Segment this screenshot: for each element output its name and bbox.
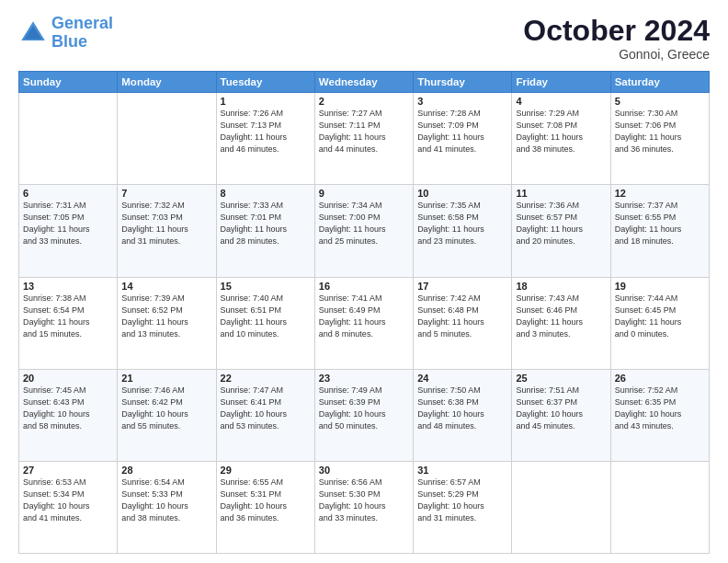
day-info: Sunrise: 7:51 AM Sunset: 6:37 PM Dayligh…: [516, 385, 606, 432]
location-subtitle: Gonnoi, Greece: [523, 47, 710, 62]
day-info: Sunrise: 7:31 AM Sunset: 7:05 PM Dayligh…: [23, 200, 113, 247]
calendar-cell: 27Sunrise: 6:53 AM Sunset: 5:34 PM Dayli…: [19, 461, 118, 553]
calendar-cell: 13Sunrise: 7:38 AM Sunset: 6:54 PM Dayli…: [19, 277, 118, 369]
day-number: 8: [221, 188, 311, 199]
calendar-cell: 4Sunrise: 7:29 AM Sunset: 7:08 PM Daylig…: [512, 93, 610, 185]
calendar-cell: 26Sunrise: 7:52 AM Sunset: 6:35 PM Dayli…: [610, 369, 709, 461]
day-number: 4: [516, 96, 606, 107]
day-number: 1: [221, 96, 311, 107]
calendar-cell: [118, 93, 216, 185]
weekday-header-saturday: Saturday: [610, 72, 709, 93]
calendar-cell: 18Sunrise: 7:43 AM Sunset: 6:46 PM Dayli…: [512, 277, 610, 369]
day-number: 26: [615, 373, 705, 384]
calendar-cell: [19, 93, 118, 185]
calendar-cell: 8Sunrise: 7:33 AM Sunset: 7:01 PM Daylig…: [216, 185, 314, 277]
weekday-header-monday: Monday: [118, 72, 216, 93]
weekday-header-friday: Friday: [512, 72, 610, 93]
calendar-cell: 19Sunrise: 7:44 AM Sunset: 6:45 PM Dayli…: [610, 277, 709, 369]
day-number: 13: [23, 281, 113, 292]
calendar-cell: 17Sunrise: 7:42 AM Sunset: 6:48 PM Dayli…: [414, 277, 512, 369]
page: General Blue October 2024 Gonnoi, Greece…: [0, 0, 728, 563]
calendar-cell: 24Sunrise: 7:50 AM Sunset: 6:38 PM Dayli…: [414, 369, 512, 461]
calendar-cell: 25Sunrise: 7:51 AM Sunset: 6:37 PM Dayli…: [512, 369, 610, 461]
calendar-cell: 28Sunrise: 6:54 AM Sunset: 5:33 PM Dayli…: [118, 461, 216, 553]
calendar-cell: 15Sunrise: 7:40 AM Sunset: 6:51 PM Dayli…: [216, 277, 314, 369]
day-info: Sunrise: 7:33 AM Sunset: 7:01 PM Dayligh…: [221, 200, 311, 247]
day-info: Sunrise: 7:38 AM Sunset: 6:54 PM Dayligh…: [23, 293, 113, 340]
logo-blue: Blue: [51, 32, 87, 51]
week-row-0: 1Sunrise: 7:26 AM Sunset: 7:13 PM Daylig…: [19, 93, 710, 185]
day-number: 7: [121, 188, 211, 199]
day-number: 15: [221, 281, 311, 292]
calendar-cell: 2Sunrise: 7:27 AM Sunset: 7:11 PM Daylig…: [314, 93, 413, 185]
day-info: Sunrise: 6:53 AM Sunset: 5:34 PM Dayligh…: [23, 477, 113, 524]
day-info: Sunrise: 7:49 AM Sunset: 6:39 PM Dayligh…: [319, 385, 409, 432]
month-title: October 2024: [523, 15, 710, 47]
day-info: Sunrise: 7:32 AM Sunset: 7:03 PM Dayligh…: [121, 200, 211, 247]
day-info: Sunrise: 7:28 AM Sunset: 7:09 PM Dayligh…: [417, 108, 507, 155]
day-number: 16: [319, 281, 409, 292]
day-number: 20: [23, 373, 113, 384]
day-number: 23: [319, 373, 409, 384]
day-number: 28: [121, 465, 211, 476]
day-info: Sunrise: 6:55 AM Sunset: 5:31 PM Dayligh…: [221, 477, 311, 524]
calendar-cell: 22Sunrise: 7:47 AM Sunset: 6:41 PM Dayli…: [216, 369, 314, 461]
day-number: 5: [615, 96, 705, 107]
day-number: 6: [23, 188, 113, 199]
day-info: Sunrise: 7:45 AM Sunset: 6:43 PM Dayligh…: [23, 385, 113, 432]
weekday-header-wednesday: Wednesday: [314, 72, 413, 93]
weekday-header-sunday: Sunday: [19, 72, 118, 93]
day-number: 25: [516, 373, 606, 384]
day-info: Sunrise: 7:26 AM Sunset: 7:13 PM Dayligh…: [221, 108, 311, 155]
day-number: 12: [615, 188, 705, 199]
day-info: Sunrise: 7:27 AM Sunset: 7:11 PM Dayligh…: [319, 108, 409, 155]
calendar-cell: 7Sunrise: 7:32 AM Sunset: 7:03 PM Daylig…: [118, 185, 216, 277]
day-info: Sunrise: 7:39 AM Sunset: 6:52 PM Dayligh…: [121, 293, 211, 340]
calendar-cell: 20Sunrise: 7:45 AM Sunset: 6:43 PM Dayli…: [19, 369, 118, 461]
day-number: 9: [319, 188, 409, 199]
logo-icon: [18, 18, 48, 48]
calendar-cell: 31Sunrise: 6:57 AM Sunset: 5:29 PM Dayli…: [414, 461, 512, 553]
weekday-header-thursday: Thursday: [414, 72, 512, 93]
day-number: 31: [417, 465, 507, 476]
day-number: 27: [23, 465, 113, 476]
day-info: Sunrise: 6:57 AM Sunset: 5:29 PM Dayligh…: [417, 477, 507, 524]
day-info: Sunrise: 7:41 AM Sunset: 6:49 PM Dayligh…: [319, 293, 409, 340]
calendar-cell: 30Sunrise: 6:56 AM Sunset: 5:30 PM Dayli…: [314, 461, 413, 553]
calendar-cell: 12Sunrise: 7:37 AM Sunset: 6:55 PM Dayli…: [610, 185, 709, 277]
day-info: Sunrise: 7:30 AM Sunset: 7:06 PM Dayligh…: [615, 108, 705, 155]
day-number: 3: [417, 96, 507, 107]
logo: General Blue: [18, 15, 113, 52]
day-number: 30: [319, 465, 409, 476]
logo-general: General: [51, 14, 113, 32]
week-row-3: 20Sunrise: 7:45 AM Sunset: 6:43 PM Dayli…: [19, 369, 710, 461]
calendar-cell: 21Sunrise: 7:46 AM Sunset: 6:42 PM Dayli…: [118, 369, 216, 461]
weekday-header-tuesday: Tuesday: [216, 72, 314, 93]
day-number: 11: [516, 188, 606, 199]
day-number: 17: [417, 281, 507, 292]
day-number: 21: [121, 373, 211, 384]
weekday-header-row: SundayMondayTuesdayWednesdayThursdayFrid…: [19, 72, 710, 93]
day-info: Sunrise: 7:50 AM Sunset: 6:38 PM Dayligh…: [417, 385, 507, 432]
calendar-cell: 3Sunrise: 7:28 AM Sunset: 7:09 PM Daylig…: [414, 93, 512, 185]
title-block: October 2024 Gonnoi, Greece: [523, 15, 710, 62]
week-row-1: 6Sunrise: 7:31 AM Sunset: 7:05 PM Daylig…: [19, 185, 710, 277]
calendar-cell: [512, 461, 610, 553]
calendar-cell: 5Sunrise: 7:30 AM Sunset: 7:06 PM Daylig…: [610, 93, 709, 185]
calendar-cell: 10Sunrise: 7:35 AM Sunset: 6:58 PM Dayli…: [414, 185, 512, 277]
day-info: Sunrise: 7:34 AM Sunset: 7:00 PM Dayligh…: [319, 200, 409, 247]
logo-text: General Blue: [51, 15, 113, 52]
day-info: Sunrise: 6:54 AM Sunset: 5:33 PM Dayligh…: [121, 477, 211, 524]
calendar-cell: 9Sunrise: 7:34 AM Sunset: 7:00 PM Daylig…: [314, 185, 413, 277]
calendar-cell: 16Sunrise: 7:41 AM Sunset: 6:49 PM Dayli…: [314, 277, 413, 369]
calendar-cell: [610, 461, 709, 553]
day-info: Sunrise: 7:47 AM Sunset: 6:41 PM Dayligh…: [221, 385, 311, 432]
day-number: 22: [221, 373, 311, 384]
day-info: Sunrise: 6:56 AM Sunset: 5:30 PM Dayligh…: [319, 477, 409, 524]
day-info: Sunrise: 7:29 AM Sunset: 7:08 PM Dayligh…: [516, 108, 606, 155]
calendar-cell: 14Sunrise: 7:39 AM Sunset: 6:52 PM Dayli…: [118, 277, 216, 369]
calendar-cell: 1Sunrise: 7:26 AM Sunset: 7:13 PM Daylig…: [216, 93, 314, 185]
calendar-table: SundayMondayTuesdayWednesdayThursdayFrid…: [18, 71, 710, 554]
day-info: Sunrise: 7:42 AM Sunset: 6:48 PM Dayligh…: [417, 293, 507, 340]
day-number: 19: [615, 281, 705, 292]
